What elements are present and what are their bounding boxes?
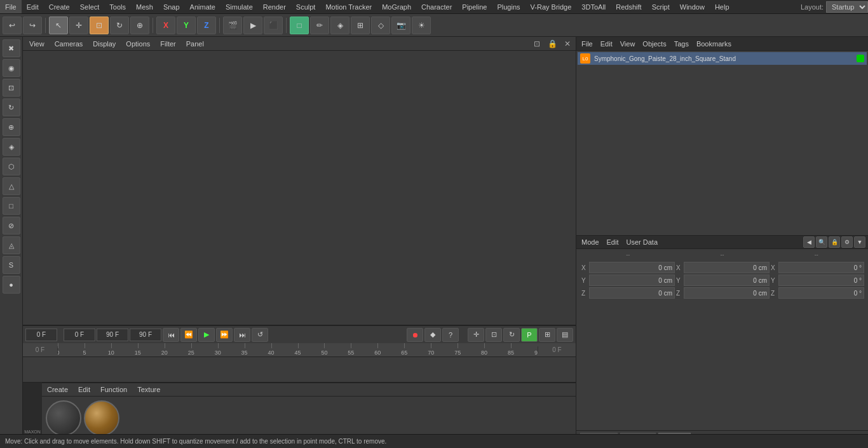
sidebar-btn-12[interactable]: S	[3, 256, 20, 274]
attr-nav-back[interactable]: ◀	[803, 236, 815, 248]
mat-menu-create[interactable]: Create	[44, 386, 71, 393]
transform-tool-button[interactable]: ⊕	[130, 17, 149, 34]
attr-search[interactable]: 🔍	[816, 236, 827, 248]
sidebar-btn-7[interactable]: ⬡	[3, 158, 20, 175]
help-button[interactable]: ?	[442, 328, 459, 342]
sidebar-btn-5[interactable]: ⊕	[3, 118, 20, 136]
end-frame-input[interactable]	[97, 329, 128, 341]
viewport-lock-icon[interactable]: 🔒	[546, 38, 558, 50]
viewport-nav-options[interactable]: Options	[122, 38, 154, 50]
menu-animate[interactable]: Animate	[185, 0, 220, 13]
viewport-nav-cameras[interactable]: Cameras	[51, 38, 87, 50]
rot-x-input[interactable]	[778, 262, 864, 273]
obj-menu-bookmarks[interactable]: Bookmarks	[694, 40, 734, 48]
menu-select[interactable]: Select	[75, 0, 105, 13]
viewport-nav-panel[interactable]: Panel	[182, 38, 208, 50]
record-button[interactable]: ⏺	[407, 328, 423, 342]
goto-start-button[interactable]: ⏮	[163, 328, 179, 342]
move-tool-tc[interactable]: ✛	[468, 328, 484, 342]
menu-window[interactable]: Window	[675, 0, 710, 13]
goto-end-button[interactable]: ⏭	[234, 328, 250, 342]
menu-pipeline[interactable]: Pipeline	[457, 0, 492, 13]
menu-plugins[interactable]: Plugins	[492, 0, 525, 13]
sidebar-btn-2[interactable]: ◉	[3, 59, 20, 77]
cube-button[interactable]: □	[290, 17, 309, 34]
current-frame-input[interactable]	[25, 329, 57, 341]
pos-y-input[interactable]	[589, 275, 675, 286]
menu-mograph[interactable]: MoGraph	[377, 0, 416, 13]
attr-arrow[interactable]: ▼	[854, 236, 865, 248]
subdiv-button[interactable]: ◈	[330, 17, 349, 34]
scale-tool-tc[interactable]: ⊡	[485, 328, 502, 342]
menu-redshift[interactable]: Redshift	[611, 0, 646, 13]
max-frame-input[interactable]	[130, 329, 161, 341]
size-x-input[interactable]	[684, 262, 770, 273]
sidebar-btn-11[interactable]: ◬	[3, 236, 20, 254]
mat-menu-function[interactable]: Function	[98, 386, 130, 393]
size-z-input[interactable]	[684, 287, 770, 299]
render-region-button[interactable]: ▶	[243, 17, 262, 34]
obj-menu-objects[interactable]: Objects	[640, 40, 668, 48]
z-axis-button[interactable]: Z	[197, 17, 216, 34]
sidebar-btn-4[interactable]: ↻	[3, 98, 20, 116]
menu-character[interactable]: Character	[416, 0, 457, 13]
p-button[interactable]: P	[521, 328, 538, 342]
menu-help[interactable]: Help	[710, 0, 735, 13]
y-axis-button[interactable]: Y	[177, 17, 196, 34]
sidebar-btn-10[interactable]: ⊘	[3, 217, 20, 234]
menu-vray[interactable]: V-Ray Bridge	[526, 0, 577, 13]
start-frame-input[interactable]	[64, 329, 95, 341]
scale-tool-button[interactable]: ⊡	[90, 17, 109, 34]
sidebar-btn-3[interactable]: ⊡	[3, 79, 20, 97]
render-to-po-button[interactable]: ⬛	[264, 17, 283, 34]
obj-menu-tags[interactable]: Tags	[672, 40, 691, 48]
timeline-ruler-track[interactable]: 051015202530354045505560657075808590	[58, 343, 538, 357]
menu-simulate[interactable]: Simulate	[220, 0, 258, 13]
layout-select[interactable]: Startup	[826, 1, 868, 13]
menu-mesh[interactable]: Mesh	[131, 0, 158, 13]
obj-menu-file[interactable]: File	[579, 40, 595, 48]
menu-sculpt[interactable]: Sculpt	[291, 0, 321, 13]
rotate-tool-tc[interactable]: ↻	[503, 328, 520, 342]
attr-gear[interactable]: ⚙	[841, 236, 853, 248]
sidebar-btn-6[interactable]: ◈	[3, 138, 20, 156]
menu-3dtoall[interactable]: 3DToAll	[576, 0, 611, 13]
menu-edit[interactable]: Edit	[22, 0, 44, 13]
menu-tools[interactable]: Tools	[104, 0, 131, 13]
viewport-close-icon[interactable]: ✕	[562, 38, 573, 50]
redo-button[interactable]: ↪	[23, 17, 42, 34]
menu-motion-tracker[interactable]: Motion Tracker	[320, 0, 377, 13]
attr-lock[interactable]: 🔒	[829, 236, 840, 248]
obj-menu-edit[interactable]: Edit	[598, 40, 615, 48]
menu-script[interactable]: Script	[647, 0, 675, 13]
mograph-button[interactable]: ⊞	[351, 17, 370, 34]
prev-frame-button[interactable]: ⏪	[180, 328, 197, 342]
menu-file[interactable]: File	[0, 0, 22, 13]
light-button[interactable]: ☀	[412, 17, 431, 34]
move-tool-button[interactable]: ✛	[69, 17, 88, 34]
pos-z-input[interactable]	[589, 287, 675, 299]
deformer-button[interactable]: ◇	[371, 17, 390, 34]
undo-button[interactable]: ↩	[3, 17, 22, 34]
layout-dropdown[interactable]: Layout: Startup	[801, 1, 868, 13]
attr-menu-edit[interactable]: Edit	[604, 238, 621, 246]
viewport-nav-view[interactable]: View	[25, 38, 48, 50]
sidebar-btn-1[interactable]: ✖	[3, 39, 20, 57]
attr-menu-mode[interactable]: Mode	[579, 238, 602, 246]
viewport-nav-filter[interactable]: Filter	[156, 38, 179, 50]
rotate-tool-button[interactable]: ↻	[110, 17, 129, 34]
rot-z-input[interactable]	[778, 287, 864, 299]
sidebar-btn-8[interactable]: △	[3, 177, 20, 195]
loop-button[interactable]: ↺	[252, 328, 268, 342]
render-button[interactable]: 🎬	[223, 17, 242, 34]
camera-button[interactable]: 📷	[391, 17, 410, 34]
attr-menu-userdata[interactable]: User Data	[624, 238, 661, 246]
size-y-input[interactable]	[684, 275, 770, 286]
x-axis-button[interactable]: X	[156, 17, 175, 34]
mat-menu-edit[interactable]: Edit	[76, 386, 93, 393]
next-frame-button[interactable]: ⏩	[216, 328, 233, 342]
grid-button[interactable]: ⊞	[539, 328, 555, 342]
play-button[interactable]: ▶	[198, 328, 215, 342]
mat-menu-texture[interactable]: Texture	[135, 386, 163, 393]
menu-create[interactable]: Create	[44, 0, 75, 13]
